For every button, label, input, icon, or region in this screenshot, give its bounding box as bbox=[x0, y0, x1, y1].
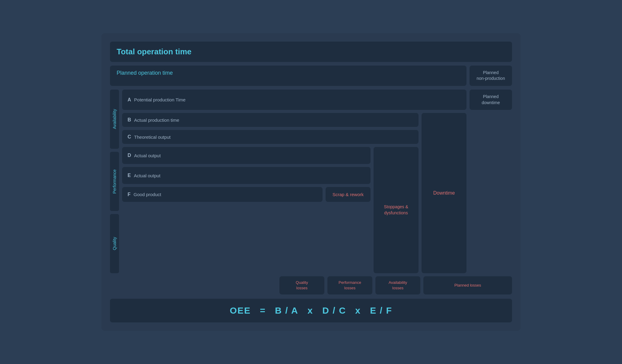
rows-b-to-f: B Actual production time C Theoretical o… bbox=[122, 113, 512, 273]
block-b: B Actual production time bbox=[122, 113, 419, 127]
availability-losses-block: Availabilitylosses bbox=[375, 276, 420, 294]
block-c: C Theoretical output bbox=[122, 130, 419, 144]
blocks-area: A Potential production Time Planneddownt… bbox=[122, 90, 512, 273]
oee-label: OEE bbox=[230, 305, 251, 316]
main-area: Availability Performance Quality A Poten… bbox=[110, 90, 512, 273]
row-f: F Good product Scrap & rework bbox=[122, 187, 371, 202]
vert-performance-label: Performance bbox=[110, 152, 119, 211]
total-op-time-label: Total operation time bbox=[117, 47, 192, 56]
col-d-to-f: D Actual output E Actual output bbox=[122, 147, 371, 273]
rows-d-to-f-with-stoppages: D Actual output E Actual output bbox=[122, 147, 419, 273]
oee-x2: x bbox=[355, 305, 361, 316]
planned-non-prod-label: Plannednon-production bbox=[477, 70, 505, 82]
total-op-time-block: Total operation time bbox=[110, 42, 512, 62]
quality-losses-block: Qualitylosses bbox=[279, 276, 324, 294]
planned-downtime-block: Planneddowntime bbox=[470, 90, 512, 110]
oee-row: OEE = B / A x D / C x E / F bbox=[110, 299, 512, 322]
planned-op-time-block: Planned operation time bbox=[110, 66, 466, 86]
stoppages-block: Stoppages &dysfunctions bbox=[374, 147, 419, 273]
right-spacer bbox=[470, 113, 512, 273]
planned-non-prod-block: Plannednon-production bbox=[470, 66, 512, 86]
scrap-rework-label: Scrap & rework bbox=[333, 191, 364, 198]
oee-x1: x bbox=[308, 305, 313, 316]
losses-left: Qualitylosses bbox=[122, 276, 324, 294]
vert-availability-label: Availability bbox=[110, 90, 119, 149]
oee-dc: D / C bbox=[322, 305, 346, 316]
performance-losses-label: Performancelosses bbox=[339, 280, 361, 291]
col-b-to-f: B Actual production time C Theoretical o… bbox=[122, 113, 419, 273]
block-e: E Actual output bbox=[122, 167, 371, 184]
stoppages-label: Stoppages &dysfunctions bbox=[384, 204, 408, 216]
losses-row: Qualitylosses Performancelosses Availabi… bbox=[110, 276, 512, 294]
performance-losses-block: Performancelosses bbox=[327, 276, 372, 294]
row-a: A Potential production Time Planneddownt… bbox=[122, 90, 512, 110]
planned-op-row: Planned operation time Plannednon-produc… bbox=[110, 66, 512, 86]
availability-losses-label: Availabilitylosses bbox=[388, 280, 407, 291]
oee-ef: E / F bbox=[370, 305, 392, 316]
oee-equals: = bbox=[260, 305, 266, 316]
scrap-rework-block: Scrap & rework bbox=[326, 187, 371, 202]
planned-op-time-label: Planned operation time bbox=[117, 70, 173, 76]
downtime-label: Downtime bbox=[433, 190, 455, 196]
oee-ba: B / A bbox=[275, 305, 298, 316]
planned-losses-block: Planned losses bbox=[423, 276, 512, 294]
vert-labels: Availability Performance Quality bbox=[110, 90, 119, 273]
block-a: A Potential production Time bbox=[122, 90, 466, 110]
planned-downtime-label: Planneddowntime bbox=[482, 94, 500, 106]
row-b: B Actual production time bbox=[122, 113, 419, 127]
block-d: D Actual output bbox=[122, 147, 371, 164]
block-f: F Good product bbox=[122, 187, 323, 202]
quality-losses-label: Qualitylosses bbox=[296, 280, 308, 291]
downtime-block: Downtime bbox=[422, 113, 466, 273]
main-container: Total operation time Planned operation t… bbox=[101, 33, 521, 331]
row-c: C Theoretical output bbox=[122, 130, 419, 144]
planned-losses-label: Planned losses bbox=[454, 283, 481, 288]
vert-quality-label: Quality bbox=[110, 214, 119, 273]
